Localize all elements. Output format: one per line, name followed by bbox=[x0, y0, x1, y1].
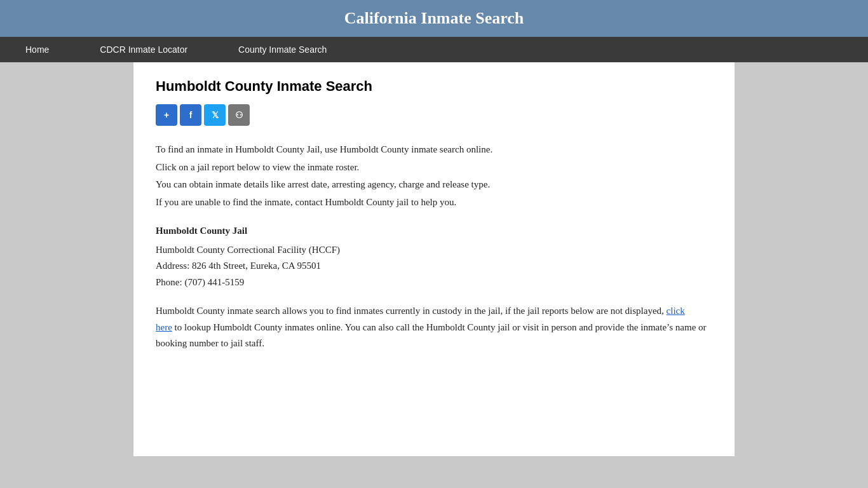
jail-address: Address: 826 4th Street, Eureka, CA 9550… bbox=[156, 258, 712, 274]
intro-line-2: Click on a jail report below to view the… bbox=[156, 159, 712, 176]
nav-home[interactable]: Home bbox=[0, 37, 74, 62]
main-nav: Home CDCR Inmate Locator County Inmate S… bbox=[0, 37, 868, 62]
jail-phone: Phone: (707) 441-5159 bbox=[156, 274, 712, 291]
jail-facility-name: Humboldt County Correctional Facility (H… bbox=[156, 242, 712, 259]
content-inner: Humboldt County Inmate Search + f 𝕏 ⚇ To… bbox=[133, 62, 735, 456]
site-header: California Inmate Search bbox=[0, 0, 868, 37]
nav-cdcr[interactable]: CDCR Inmate Locator bbox=[74, 37, 213, 62]
intro-line-4: If you are unable to find the inmate, co… bbox=[156, 194, 712, 211]
nav-county[interactable]: County Inmate Search bbox=[213, 37, 352, 62]
description-text: Humboldt County inmate search allows you… bbox=[156, 303, 712, 352]
copy-link-button[interactable]: ⚇ bbox=[228, 104, 250, 126]
jail-info: Humboldt County Jail Humboldt County Cor… bbox=[156, 223, 712, 290]
intro-line-3: You can obtain inmate details like arres… bbox=[156, 177, 712, 193]
share-button[interactable]: + bbox=[156, 104, 177, 126]
site-title: California Inmate Search bbox=[13, 9, 855, 28]
twitter-button[interactable]: 𝕏 bbox=[204, 104, 226, 126]
page-heading: Humboldt County Inmate Search bbox=[156, 78, 712, 95]
intro-line-1: To find an inmate in Humboldt County Jai… bbox=[156, 142, 712, 158]
intro-text: To find an inmate in Humboldt County Jai… bbox=[156, 142, 712, 210]
description-after-link: to lookup Humboldt County inmates online… bbox=[156, 322, 707, 349]
content-outer: Humboldt County Inmate Search + f 𝕏 ⚇ To… bbox=[0, 62, 868, 456]
facebook-button[interactable]: f bbox=[180, 104, 201, 126]
jail-info-title: Humboldt County Jail bbox=[156, 223, 712, 240]
description-before-link: Humboldt County inmate search allows you… bbox=[156, 306, 667, 316]
social-buttons: + f 𝕏 ⚇ bbox=[156, 104, 712, 126]
